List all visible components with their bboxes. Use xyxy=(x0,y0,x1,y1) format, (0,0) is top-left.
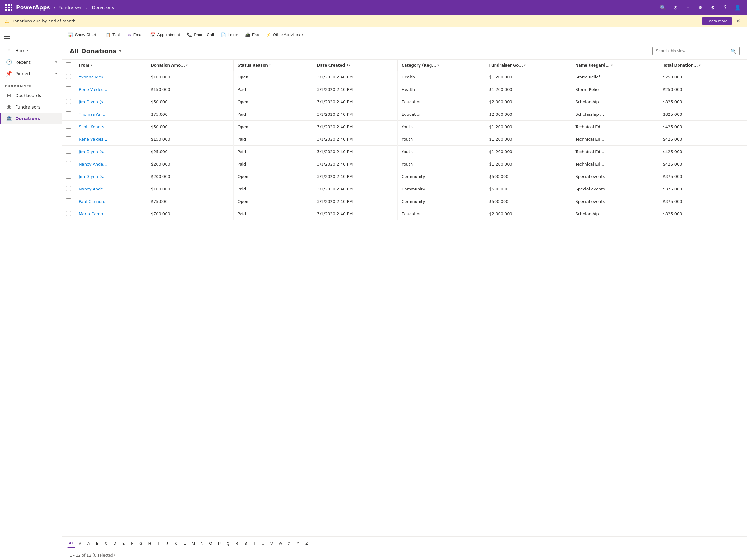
alpha-btn-g[interactable]: G xyxy=(137,539,145,548)
table-row[interactable]: Jim Glynn (s... $50.000 Open 3/1/2020 2:… xyxy=(62,96,747,108)
col-category[interactable]: Category (Reg... ▾ xyxy=(398,60,485,71)
sidebar-item-pinned[interactable]: 📌 Pinned ▾ xyxy=(0,68,62,79)
row-checkbox[interactable] xyxy=(66,161,71,166)
table-row[interactable]: Scott Koners... $50.000 Open 3/1/2020 2:… xyxy=(62,121,747,133)
cell-from[interactable]: Yvonne McK... xyxy=(75,71,147,83)
row-checkbox-cell[interactable] xyxy=(62,170,75,183)
search-icon[interactable]: 🔍 xyxy=(731,49,736,54)
alpha-btn-s[interactable]: S xyxy=(241,539,250,548)
alpha-btn-#[interactable]: # xyxy=(76,539,84,548)
table-row[interactable]: Maria Camp... $700.000 Paid 3/1/2020 2:4… xyxy=(62,208,747,220)
alpha-btn-h[interactable]: H xyxy=(146,539,154,548)
row-checkbox[interactable] xyxy=(66,186,71,191)
row-checkbox-cell[interactable] xyxy=(62,208,75,220)
breadcrumb-app[interactable]: Fundraiser xyxy=(58,5,81,10)
table-row[interactable]: Jim Glynn (s... $25.000 Paid 3/1/2020 2:… xyxy=(62,145,747,158)
alpha-btn-all[interactable]: All xyxy=(67,539,75,548)
search-input[interactable] xyxy=(656,49,729,53)
alpha-btn-r[interactable]: R xyxy=(233,539,241,548)
fax-button[interactable]: 📠 Fax xyxy=(242,30,262,39)
cell-from[interactable]: Paul Cannon... xyxy=(75,195,147,208)
row-checkbox[interactable] xyxy=(66,124,71,129)
cell-from[interactable]: Thomas An... xyxy=(75,108,147,121)
table-row[interactable]: Yvonne McK... $100.000 Open 3/1/2020 2:4… xyxy=(62,71,747,83)
cell-from[interactable]: Jim Glynn (s... xyxy=(75,145,147,158)
row-checkbox-cell[interactable] xyxy=(62,108,75,121)
col-from[interactable]: From ▾ xyxy=(75,60,147,71)
cell-from[interactable]: Rene Valdes... xyxy=(75,83,147,96)
col-status[interactable]: Status Reason ▾ xyxy=(234,60,313,71)
notif-close-button[interactable]: ✕ xyxy=(734,18,742,25)
cell-from[interactable]: Scott Koners... xyxy=(75,121,147,133)
email-button[interactable]: ✉ Email xyxy=(125,30,147,39)
alpha-btn-p[interactable]: P xyxy=(215,539,224,548)
row-checkbox[interactable] xyxy=(66,198,71,204)
table-row[interactable]: Jim Glynn (s... $200.000 Open 3/1/2020 2… xyxy=(62,170,747,183)
col-total[interactable]: Total Donation... ▾ xyxy=(659,60,747,71)
alpha-btn-q[interactable]: Q xyxy=(224,539,232,548)
app-title-chevron[interactable]: ▾ xyxy=(53,5,55,10)
row-checkbox-cell[interactable] xyxy=(62,83,75,96)
cell-from[interactable]: Rene Valdes... xyxy=(75,133,147,145)
alpha-btn-z[interactable]: Z xyxy=(303,539,311,548)
row-checkbox-cell[interactable] xyxy=(62,96,75,108)
alpha-btn-j[interactable]: J xyxy=(163,539,171,548)
row-checkbox-cell[interactable] xyxy=(62,133,75,145)
alpha-btn-b[interactable]: B xyxy=(93,539,101,548)
row-checkbox-cell[interactable] xyxy=(62,158,75,170)
settings-icon-btn[interactable]: ⚙ xyxy=(707,2,718,13)
alpha-btn-a[interactable]: A xyxy=(85,539,93,548)
sidebar-item-recent[interactable]: 🕐 Recent ▾ xyxy=(0,56,62,68)
row-checkbox[interactable] xyxy=(66,111,71,116)
search-icon-btn[interactable]: 🔍 xyxy=(658,2,669,13)
appointment-button[interactable]: 📅 Appointment xyxy=(147,30,183,39)
alpha-btn-t[interactable]: T xyxy=(250,539,258,548)
row-checkbox[interactable] xyxy=(66,149,71,154)
alpha-btn-y[interactable]: Y xyxy=(294,539,302,548)
phone-call-button[interactable]: 📞 Phone Call xyxy=(184,30,217,39)
row-checkbox[interactable] xyxy=(66,99,71,104)
letter-button[interactable]: 📄 Letter xyxy=(217,30,241,39)
search-box[interactable]: 🔍 xyxy=(652,47,740,55)
row-checkbox-cell[interactable] xyxy=(62,145,75,158)
cell-from[interactable]: Nancy Ande... xyxy=(75,158,147,170)
sidebar-item-dashboards[interactable]: ⊞ Dashboards xyxy=(0,89,62,101)
add-icon-btn[interactable]: + xyxy=(682,2,693,13)
alpha-btn-k[interactable]: K xyxy=(172,539,180,548)
alpha-btn-c[interactable]: C xyxy=(102,539,110,548)
row-checkbox-cell[interactable] xyxy=(62,195,75,208)
waffle-menu[interactable] xyxy=(4,2,14,12)
sidebar-item-home[interactable]: ⌂ Home xyxy=(0,45,62,56)
alpha-btn-m[interactable]: M xyxy=(189,539,197,548)
sidebar-menu-button[interactable] xyxy=(1,31,12,42)
table-row[interactable]: Thomas An... $75.000 Paid 3/1/2020 2:40 … xyxy=(62,108,747,121)
row-checkbox[interactable] xyxy=(66,211,71,216)
alpha-btn-e[interactable]: E xyxy=(120,539,128,548)
alpha-btn-i[interactable]: I xyxy=(154,539,162,548)
view-title-chevron-icon[interactable]: ▾ xyxy=(119,49,121,54)
learn-more-button[interactable]: Learn more xyxy=(702,17,732,25)
alpha-btn-f[interactable]: F xyxy=(128,539,136,548)
alpha-btn-o[interactable]: O xyxy=(207,539,215,548)
table-row[interactable]: Rene Valdes... $150.000 Paid 3/1/2020 2:… xyxy=(62,83,747,96)
col-name[interactable]: Name (Regard... ▾ xyxy=(571,60,659,71)
sidebar-item-fundraisers[interactable]: ◉ Fundraisers xyxy=(0,101,62,113)
sidebar-item-donations[interactable]: 🏦 Donations xyxy=(0,113,62,124)
task-button[interactable]: 📋 Task xyxy=(102,30,124,39)
toolbar-more-button[interactable]: ⋯ xyxy=(307,30,317,40)
alpha-btn-d[interactable]: D xyxy=(111,539,119,548)
row-checkbox[interactable] xyxy=(66,136,71,141)
alpha-btn-l[interactable]: L xyxy=(181,539,189,548)
goal-icon-btn[interactable]: ⊙ xyxy=(670,2,681,13)
help-icon-btn[interactable]: ? xyxy=(720,2,731,13)
row-checkbox[interactable] xyxy=(66,86,71,91)
col-date[interactable]: Date Created ↑▾ xyxy=(313,60,398,71)
alpha-btn-u[interactable]: U xyxy=(259,539,267,548)
cell-from[interactable]: Jim Glynn (s... xyxy=(75,170,147,183)
other-activities-button[interactable]: ⚡ Other Activities ▾ xyxy=(263,30,307,39)
col-checkbox[interactable] xyxy=(62,60,75,71)
alpha-btn-v[interactable]: V xyxy=(268,539,276,548)
row-checkbox-cell[interactable] xyxy=(62,121,75,133)
show-chart-button[interactable]: 📊 Show Chart xyxy=(65,30,99,39)
col-goal[interactable]: Fundraiser Go... ▾ xyxy=(485,60,571,71)
